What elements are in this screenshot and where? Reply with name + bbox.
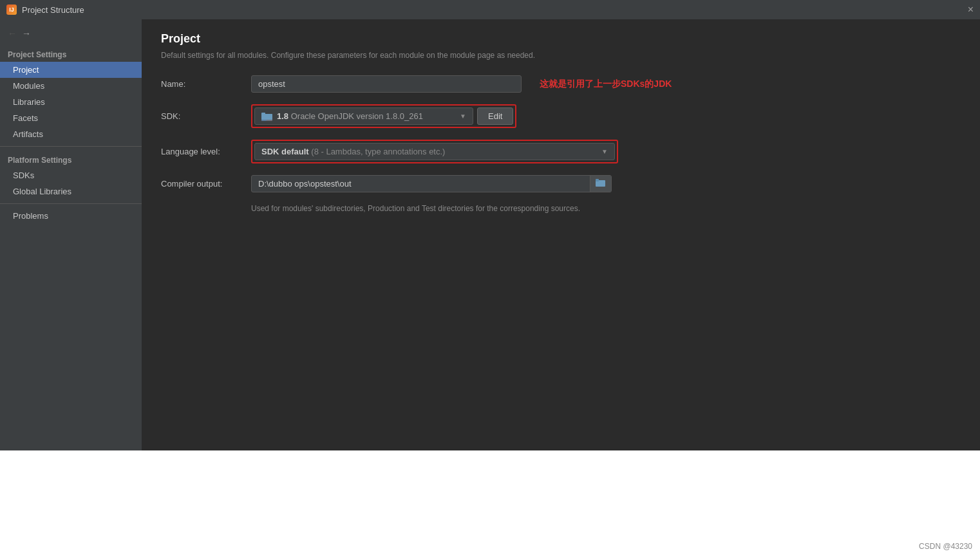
compiler-output-control-area <box>251 175 961 192</box>
sdk-full-name: Oracle OpenJDK version 1.8.0_261 <box>291 111 423 121</box>
compiler-output-row: Compiler output: <box>161 175 961 192</box>
sidebar-item-facets[interactable]: Facets <box>0 110 142 126</box>
language-level-container: SDK default (8 - Lambdas, type annotatio… <box>251 140 618 163</box>
page-title: Project <box>161 32 961 46</box>
sidebar-item-artifacts[interactable]: Artifacts <box>0 126 142 142</box>
sdk-dropdown-content: 1.8 Oracle OpenJDK version 1.8.0_261 <box>261 111 423 121</box>
sidebar-divider <box>0 146 142 147</box>
language-dropdown-arrow: ▼ <box>601 148 608 155</box>
sidebar-item-global-libraries[interactable]: Global Libraries <box>0 183 142 199</box>
sdk-container: 1.8 Oracle OpenJDK version 1.8.0_261 ▼ E… <box>251 104 516 128</box>
sdk-label: SDK: <box>161 111 251 121</box>
language-level-value: SDK default (8 - Lambdas, type annotatio… <box>261 147 445 156</box>
language-level-label: Language level: <box>161 147 251 156</box>
watermark: CSDN @43230 <box>919 542 972 551</box>
sdk-dropdown[interactable]: 1.8 Oracle OpenJDK version 1.8.0_261 ▼ <box>254 107 473 125</box>
title-bar: IJ Project Structure <box>6 5 84 15</box>
sdk-control-area: 1.8 Oracle OpenJDK version 1.8.0_261 ▼ E… <box>251 104 961 128</box>
language-level-row: Language level: SDK default (8 - Lambdas… <box>161 140 961 163</box>
compiler-output-input[interactable] <box>252 176 590 192</box>
edit-sdk-button[interactable]: Edit <box>477 107 513 125</box>
sidebar: ← → Project Settings Project Modules Lib… <box>0 19 142 450</box>
name-control-area: 这就是引用了上一步SDKs的JDK <box>251 75 961 93</box>
compiler-browse-button[interactable] <box>590 176 611 192</box>
folder-icon <box>261 112 273 121</box>
svg-rect-3 <box>261 114 272 120</box>
close-button[interactable]: × <box>968 4 974 15</box>
sidebar-item-problems[interactable]: Problems <box>0 208 142 224</box>
compiler-input-wrapper <box>251 175 612 192</box>
back-button[interactable]: ← <box>8 28 17 39</box>
content-area: Project Default settings for all modules… <box>142 19 980 450</box>
annotation-label: 这就是引用了上一步SDKs的JDK <box>540 79 672 90</box>
sdk-dropdown-arrow: ▼ <box>460 113 466 120</box>
platform-settings-section: Platform Settings <box>0 151 142 167</box>
sdk-row: SDK: <box>161 104 961 128</box>
compiler-output-note: Used for modules' subdirectories, Produc… <box>251 204 961 213</box>
name-input[interactable] <box>251 75 522 93</box>
name-row: Name: 这就是引用了上一步SDKs的JDK <box>161 75 961 93</box>
sdk-version: 1.8 Oracle OpenJDK version 1.8.0_261 <box>277 111 423 121</box>
page-description: Default settings for all modules. Config… <box>161 51 961 60</box>
forward-button[interactable]: → <box>22 28 31 39</box>
sidebar-divider-2 <box>0 203 142 204</box>
compiler-output-label: Compiler output: <box>161 179 251 189</box>
sidebar-item-libraries[interactable]: Libraries <box>0 94 142 110</box>
sidebar-item-sdks[interactable]: SDKs <box>0 167 142 183</box>
project-settings-section: Project Settings <box>0 45 142 62</box>
language-level-desc: (8 - Lambdas, type annotations etc.) <box>311 147 445 156</box>
sidebar-item-project[interactable]: Project <box>0 62 142 78</box>
app-icon: IJ <box>6 5 17 15</box>
bottom-area: CSDN @43230 <box>0 450 980 556</box>
sidebar-item-modules[interactable]: Modules <box>0 78 142 94</box>
browse-folder-icon <box>596 179 606 187</box>
window-title: Project Structure <box>22 5 84 15</box>
language-level-dropdown[interactable]: SDK default (8 - Lambdas, type annotatio… <box>254 143 615 160</box>
svg-rect-5 <box>596 179 599 181</box>
name-label: Name: <box>161 79 251 89</box>
language-level-control-area: SDK default (8 - Lambdas, type annotatio… <box>251 140 961 163</box>
